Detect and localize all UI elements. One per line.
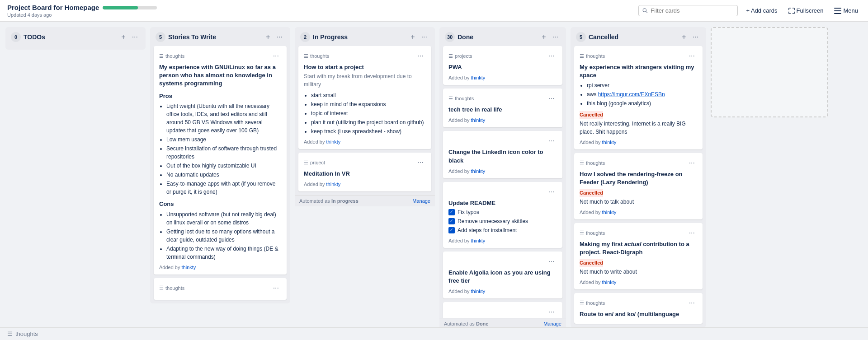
column-done-actions: + ··· [539, 32, 561, 42]
progress-bar-fill [103, 6, 138, 9]
board-title: Project Board for Homepage [7, 4, 99, 11]
checkbox-checked-icon [448, 227, 455, 233]
card-icon: ☰ [448, 96, 453, 102]
column-cancelled-header: 5 Cancelled + ··· [571, 27, 706, 46]
menu-icon [834, 8, 841, 14]
card-cancelled-4[interactable]: ☰ thoughts ··· Route to en/ and ko/ (mul… [574, 293, 703, 324]
card-cancelled-1[interactable]: ☰ thoughts ··· My experience with strang… [574, 46, 703, 149]
card-stories-1-menu[interactable]: ··· [271, 51, 281, 61]
cancelled-text: Not really interesting. Internet is a re… [580, 120, 697, 136]
column-stories-menu[interactable]: ··· [274, 32, 285, 42]
menu-button[interactable]: Menu [831, 5, 861, 16]
card-c3-menu[interactable]: ··· [687, 228, 697, 238]
card-ip1-header: ☰ thoughts ··· [304, 51, 426, 61]
card-ip2-title: Meditation In VR [304, 170, 426, 178]
svg-rect-2 [834, 8, 841, 9]
checkbox-label: Fix typos [458, 208, 479, 216]
automated-label: Automated as Done [444, 321, 488, 326]
card-done-tt-header: ☰ thoughts ··· [448, 93, 557, 104]
column-cancelled-actions: + ··· [679, 32, 701, 42]
column-todos-count: 0 [11, 32, 21, 42]
card-done-linkedin[interactable]: ··· Change the LinkedIn icon color to bl… [443, 131, 562, 178]
bottom-bar: ☰ thoughts [0, 327, 868, 335]
card-c1-menu[interactable]: ··· [687, 51, 697, 61]
card-done-li-header: ··· [448, 135, 557, 146]
automated-label: Automated as In progress [299, 198, 359, 204]
column-todos-actions: + ··· [119, 32, 140, 42]
card-done-pwa-menu[interactable]: ··· [547, 51, 557, 61]
cancelled-text: Not much to talk about [580, 198, 697, 206]
automated-manage-link[interactable]: Manage [412, 198, 430, 204]
column-todos-menu[interactable]: ··· [130, 32, 140, 42]
checkbox-label: Add steps for installment [458, 226, 517, 234]
card-c3-body: Cancelled Not much to write about [580, 257, 697, 276]
column-cancelled-add[interactable]: + [679, 32, 688, 42]
card-stories-2[interactable]: ☰ thoughts ··· [154, 278, 287, 300]
card-inprogress-2[interactable]: ☰ project ··· Meditation In VR Added by … [298, 153, 431, 191]
fullscreen-button[interactable]: Fullscreen [786, 5, 826, 16]
card-icon: ☰ [159, 53, 164, 59]
card-c2-footer: Added by thinkty [580, 210, 697, 215]
card-type: project [310, 160, 325, 165]
column-inprogress-menu[interactable]: ··· [419, 32, 429, 42]
card-ip2-header: ☰ project ··· [304, 157, 426, 168]
card-done-readme2[interactable]: ··· Update README Reduce the icon size (… [443, 302, 562, 318]
card-inprogress-1[interactable]: ☰ thoughts ··· How to start a project St… [298, 46, 431, 149]
column-stories-add[interactable]: + [264, 32, 272, 42]
card-done-rm1-title: Update README [448, 199, 557, 207]
card-c1-label: ☰ thoughts [580, 53, 605, 59]
add-cards-label: + Add cards [746, 7, 777, 14]
card-done-rm2-header: ··· [448, 307, 557, 317]
card-done-rm1-footer: Added by thinkty [448, 238, 557, 243]
card-done-tt-footer: Added by thinkty [448, 117, 557, 123]
card-icon: ☰ [159, 285, 164, 291]
card-stories-1[interactable]: ☰ thoughts ··· My experience with GNU/Li… [154, 46, 287, 275]
card-cancelled-2[interactable]: ☰ thoughts ··· How I solved the renderin… [574, 153, 703, 219]
card-ip1-menu[interactable]: ··· [415, 51, 426, 61]
card-done-techtree[interactable]: ☰ thoughts ··· tech tree in real life Ad… [443, 88, 562, 127]
column-inprogress-title: In Progress [313, 33, 406, 41]
automated-manage-link[interactable]: Manage [543, 321, 561, 326]
card-c2-menu[interactable]: ··· [687, 158, 697, 168]
card-c2-header: ☰ thoughts ··· [580, 158, 697, 168]
card-c4-menu[interactable]: ··· [687, 298, 697, 308]
card-author: thinkty [602, 279, 617, 285]
header-left: Project Board for Homepage Updated 4 day… [7, 4, 157, 18]
column-done-add[interactable]: + [539, 32, 548, 42]
column-done: 30 Done + ··· ☰ projects ··· PWA Added b… [439, 27, 566, 329]
pros-item: No automatic updates [166, 171, 281, 179]
filter-input[interactable] [651, 7, 734, 14]
card-stories-2-label: ☰ thoughts [159, 285, 184, 291]
card-done-rm2-menu[interactable]: ··· [547, 307, 557, 317]
card-c1-list: rpi server aws https://imgur.com/EXnESBn… [580, 81, 697, 107]
cancelled-label: Cancelled [580, 111, 603, 119]
card-cancelled-3[interactable]: ☰ thoughts ··· Making my first actual co… [574, 223, 703, 289]
card-done-alg-menu[interactable]: ··· [547, 256, 557, 267]
card-done-algolia[interactable]: ··· Enable Algolia icon as you are using… [443, 252, 562, 298]
cons-item: Getting lost due to so many options with… [166, 228, 281, 244]
card-stories-1-header: ☰ thoughts ··· [159, 51, 281, 61]
filter-cards-search[interactable] [638, 5, 738, 16]
progress-bar [103, 6, 157, 9]
card-done-pwa[interactable]: ☰ projects ··· PWA Added by thinkty [443, 46, 562, 85]
column-inprogress-add[interactable]: + [408, 32, 417, 42]
card-stories-2-menu[interactable]: ··· [271, 283, 281, 293]
card-c4-title: Route to en/ and ko/ (multilanguage [580, 310, 697, 318]
column-done-menu[interactable]: ··· [550, 32, 561, 42]
card-done-rm1-menu[interactable]: ··· [547, 186, 557, 197]
add-cards-button[interactable]: + Add cards [743, 5, 780, 16]
card-c2-label: ☰ thoughts [580, 160, 605, 166]
card-ip2-label: ☰ project [304, 160, 325, 166]
column-cancelled-menu[interactable]: ··· [690, 32, 701, 42]
card-done-li-menu[interactable]: ··· [547, 135, 557, 146]
card-author: thinkty [471, 238, 486, 243]
menu-label: Menu [843, 7, 858, 14]
card-c1-title: My experience with strangers visiting my… [580, 63, 697, 79]
card-done-readme1[interactable]: ··· Update README Fix typos Remove unnec… [443, 182, 562, 248]
card-ip2-menu[interactable]: ··· [415, 157, 426, 168]
card-icon: ☰ [580, 230, 584, 236]
column-stories-title: Stories To Write [168, 33, 261, 41]
column-todos-add[interactable]: + [119, 32, 127, 42]
card-icon: ☰ [304, 160, 308, 166]
card-done-tt-menu[interactable]: ··· [547, 93, 557, 104]
